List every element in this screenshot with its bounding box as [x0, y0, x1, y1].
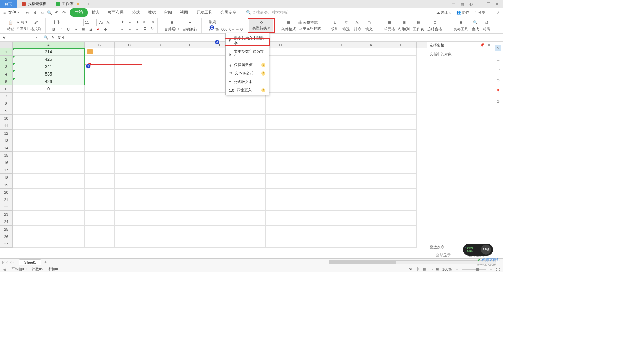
cell[interactable] [266, 122, 296, 130]
cell[interactable] [386, 85, 417, 93]
row-header[interactable]: 18 [0, 174, 12, 181]
cell[interactable] [175, 196, 205, 203]
mtab-formula[interactable]: 公式 [128, 8, 144, 17]
col-header[interactable]: C [115, 42, 145, 48]
cell[interactable] [145, 56, 175, 63]
cell[interactable] [145, 211, 175, 218]
cell[interactable] [386, 218, 417, 226]
cell[interactable] [145, 78, 175, 85]
cell[interactable] [235, 130, 266, 137]
cell[interactable] [356, 181, 386, 189]
cell[interactable] [13, 130, 85, 137]
cell[interactable] [296, 211, 326, 218]
cell[interactable] [205, 189, 235, 196]
menu-expand-icon[interactable]: ∧ [497, 10, 500, 15]
cell[interactable] [266, 85, 296, 93]
row-header[interactable]: 20 [0, 189, 12, 196]
cell[interactable] [115, 115, 145, 122]
cell[interactable] [266, 181, 296, 189]
cell[interactable] [13, 211, 85, 218]
cell[interactable] [145, 144, 175, 152]
cell[interactable] [296, 159, 326, 166]
tab-workbook[interactable]: 工作簿1 [51, 0, 84, 8]
cell[interactable] [266, 144, 296, 152]
name-box[interactable]: A1▾ [0, 34, 40, 41]
indent-inc-icon[interactable]: ⇥ [149, 20, 155, 25]
cell[interactable] [115, 203, 145, 211]
row-header[interactable]: 15 [0, 152, 12, 159]
fill-button[interactable]: ▢填充 [364, 19, 374, 32]
cell[interactable] [145, 159, 175, 166]
cell[interactable] [296, 85, 326, 93]
share-button[interactable]: ↗ 分享 [473, 10, 485, 15]
tab-home[interactable]: 首页 [0, 0, 17, 8]
cell[interactable] [296, 100, 326, 107]
cell[interactable] [356, 107, 386, 115]
row-header[interactable]: 4 [0, 70, 12, 78]
cell[interactable] [386, 137, 417, 144]
cells-area[interactable]: ! 3144253415354260 [13, 48, 427, 248]
cell[interactable] [266, 100, 296, 107]
tab-add[interactable]: ＋ [84, 1, 92, 7]
cell[interactable] [13, 144, 85, 152]
cell[interactable] [13, 137, 85, 144]
row-header[interactable]: 12 [0, 130, 12, 137]
cell[interactable] [386, 63, 417, 70]
worksheet-button[interactable]: ▤工作表 [412, 19, 425, 32]
cell[interactable] [326, 233, 356, 240]
cell[interactable] [85, 181, 115, 189]
cell[interactable] [145, 189, 175, 196]
fill-color-icon[interactable]: ◢ [88, 27, 93, 32]
cell[interactable] [235, 226, 266, 233]
pin-icon[interactable]: 📌 [480, 43, 485, 47]
font-size-combo[interactable]: 11▾ [83, 19, 97, 26]
cell[interactable] [356, 144, 386, 152]
cell[interactable] [386, 70, 417, 78]
cell[interactable] [356, 122, 386, 130]
cell[interactable] [145, 181, 175, 189]
cond-format-button[interactable]: ▦条件格式 [280, 19, 298, 32]
cell[interactable] [326, 189, 356, 196]
col-header[interactable]: K [356, 42, 386, 48]
cell[interactable] [326, 174, 356, 181]
cell[interactable] [296, 226, 326, 233]
cell[interactable] [175, 240, 205, 248]
mtab-review[interactable]: 审阅 [160, 8, 176, 17]
cell[interactable] [85, 174, 115, 181]
cell[interactable] [356, 56, 386, 63]
cell[interactable] [296, 144, 326, 152]
cell[interactable] [266, 218, 296, 226]
cell[interactable] [386, 93, 417, 100]
view-break-icon[interactable]: ⊞ [436, 267, 439, 271]
align-top-icon[interactable]: ⬆ [120, 20, 125, 25]
cell[interactable] [85, 122, 115, 130]
cell[interactable] [205, 107, 235, 115]
cell[interactable] [145, 174, 175, 181]
cell[interactable]: 341 [13, 63, 85, 70]
cell[interactable] [326, 63, 356, 70]
cell[interactable] [356, 130, 386, 137]
col-header[interactable]: E [175, 42, 205, 48]
cell[interactable] [13, 122, 85, 130]
cell[interactable] [175, 78, 205, 85]
cell[interactable] [85, 85, 115, 93]
cell[interactable] [356, 159, 386, 166]
sheet-grid[interactable]: ABCDEFGHIJKL 123456789101112131415161718… [0, 42, 427, 258]
row-header[interactable]: 2 [0, 56, 12, 63]
cell[interactable] [386, 107, 417, 115]
cell[interactable] [115, 211, 145, 218]
cell[interactable] [356, 226, 386, 233]
cell[interactable] [13, 93, 85, 100]
add-sheet-button[interactable]: ＋ [41, 260, 50, 265]
strike-icon[interactable]: S̶ [73, 27, 78, 32]
wrap-button[interactable]: ↵自动换行 [181, 19, 199, 32]
row-header[interactable]: 7 [0, 93, 12, 100]
row-header[interactable]: 23 [0, 211, 12, 218]
cell[interactable] [115, 130, 145, 137]
dd-keep-value[interactable]: ⎗仅保留数值$ [226, 61, 269, 69]
prev-sheet-icon[interactable]: < [6, 260, 8, 264]
zoom-lens-icon[interactable]: 🔍 [44, 35, 48, 40]
cell[interactable] [175, 233, 205, 240]
cell[interactable] [356, 166, 386, 174]
cell[interactable] [386, 203, 417, 211]
